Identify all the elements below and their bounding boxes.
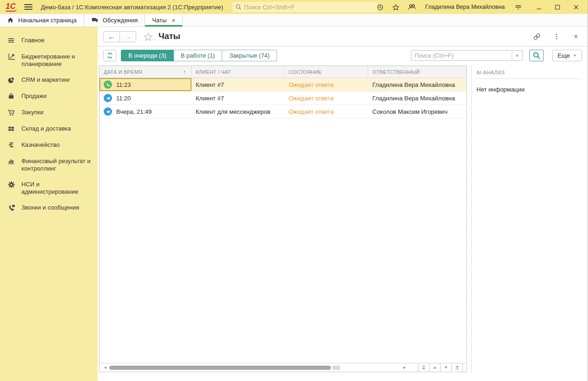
sidebar-item-label: Бюджетирование и планирование	[21, 53, 94, 68]
tab-home[interactable]: Начальная страница	[0, 14, 84, 26]
horizontal-scrollbar[interactable]	[109, 366, 401, 370]
chats-table: ДАТА И ВРЕМЯ ↑ КЛИЕНТ / ЧАТ СОСТОЯНИЕ ОТ…	[99, 66, 467, 372]
sidebar-item-sales[interactable]: Продажи	[0, 88, 98, 105]
tab-discussions[interactable]: Обсуждения	[84, 14, 145, 26]
cell-responsible: Гладилина Вера Михайловна	[368, 92, 466, 105]
coins-icon	[7, 141, 15, 149]
cell-time-label: Вчера, 21:49	[116, 108, 152, 115]
back-button[interactable]: ←	[103, 31, 120, 42]
maximize-icon[interactable]	[553, 3, 562, 11]
column-header-state[interactable]: СОСТОЯНИЕ	[284, 66, 368, 78]
cell-datetime: 11:23	[99, 78, 192, 91]
sidebar-item-crm[interactable]: CRM и маркетинг	[0, 72, 98, 88]
status-badge: Ожидает ответа	[289, 95, 334, 102]
column-header-datetime[interactable]: ДАТА И ВРЕМЯ ↑	[99, 66, 192, 78]
column-header-responsible[interactable]: ОТВЕТСТВЕННЫЙ	[368, 66, 466, 78]
more-button-label: Еще	[558, 52, 570, 59]
telegram-icon	[104, 94, 112, 102]
forward-button[interactable]: →	[119, 31, 136, 42]
global-search-input[interactable]	[244, 4, 375, 11]
global-search[interactable]	[232, 2, 377, 12]
sidebar-item-budgeting[interactable]: Бюджетирование и планирование	[0, 49, 98, 72]
sidebar-item-label: CRM и маркетинг	[21, 76, 70, 84]
scrollbar-track-rest	[332, 366, 340, 370]
sidebar-item-calls-messages[interactable]: Звонки и сообщения	[0, 200, 98, 216]
sort-asc-icon: ↑	[183, 69, 187, 75]
cell-state: Ожидает ответа	[284, 78, 368, 91]
sidebar-item-label: Казначейство	[21, 141, 59, 149]
column-header-label: СОСТОЯНИЕ	[289, 69, 322, 75]
minimize-icon[interactable]	[535, 3, 543, 11]
status-badge: Ожидает ответа	[289, 108, 334, 115]
app-window: 1С Демо-база / 1С:Комплексная автоматиза…	[0, 0, 588, 381]
whatsapp-icon	[104, 80, 112, 89]
sidebar-item-finresult[interactable]: Финансовый результат и контроллинг	[0, 153, 98, 177]
tab-chats[interactable]: Чаты ×	[145, 14, 183, 26]
menu-icon	[7, 36, 15, 45]
get-link-icon[interactable]	[533, 33, 541, 41]
go-first-row-button[interactable]	[418, 363, 429, 372]
page-header: ← → Чаты ×	[98, 27, 588, 46]
sidebar-item-main[interactable]: Главное	[0, 33, 98, 49]
cell-datetime: Вчера, 21:49	[99, 105, 192, 118]
filter-in-queue[interactable]: В очереди (3)	[121, 50, 174, 61]
scroll-left-icon[interactable]: ◂	[103, 365, 108, 370]
favorites-star-icon[interactable]	[392, 3, 400, 11]
cell-state: Ожидает ответа	[284, 92, 368, 105]
service-menu-icon[interactable]	[514, 3, 522, 11]
status-badge: Ожидает ответа	[289, 81, 334, 88]
search-icon	[533, 52, 541, 59]
table-header-row: ДАТА И ВРЕМЯ ↑ КЛИЕНТ / ЧАТ СОСТОЯНИЕ ОТ…	[99, 66, 466, 78]
sidebar-item-nsi-admin[interactable]: НСИ и администрирование	[0, 177, 98, 200]
search-icon	[235, 4, 242, 10]
column-header-label: КЛИЕНТ / ЧАТ	[196, 69, 231, 75]
filter-in-progress[interactable]: В работе (1)	[173, 50, 223, 61]
go-last-row-button[interactable]	[451, 363, 463, 372]
table-row[interactable]: 11:23 Клиент #7 Ожидает ответа Гладилина…	[99, 78, 466, 92]
title-bar: 1С Демо-база / 1С:Комплексная автоматиза…	[0, 0, 588, 14]
discussions-people-icon[interactable]	[408, 3, 416, 11]
close-tab-icon[interactable]: ×	[172, 17, 175, 24]
sidebar-item-purchases[interactable]: Закупки	[0, 105, 98, 121]
more-button[interactable]: Еще ▼	[552, 50, 582, 61]
ai-analysis-panel: AI АНАЛИЗ Нет информации	[471, 66, 582, 373]
clear-search-icon[interactable]: ×	[512, 51, 522, 60]
sidebar-item-treasury[interactable]: Казначейство	[0, 137, 98, 153]
refresh-icon	[106, 52, 113, 59]
close-page-icon[interactable]: ×	[572, 33, 580, 41]
ai-panel-title: AI АНАЛИЗ	[476, 66, 582, 79]
list-search-input[interactable]	[411, 51, 512, 60]
sidebar-item-label: Звонки и сообщения	[21, 204, 79, 211]
filter-closed[interactable]: Закрытые (74)	[222, 50, 277, 61]
1c-logo-icon: 1С	[6, 2, 17, 12]
cell-client: Клиент #7	[192, 92, 284, 105]
cell-time-label: 11:23	[116, 81, 131, 88]
table-row[interactable]: Вчера, 21:49 Клиент для мессенджеров Ожи…	[99, 105, 466, 118]
phone-message-icon	[7, 204, 15, 212]
go-prev-row-button[interactable]	[429, 363, 441, 372]
table-row[interactable]: 11:20 Клиент #7 Ожидает ответа Гладилина…	[99, 92, 466, 105]
gear-icon	[7, 180, 15, 189]
sidebar-item-label: Финансовый результат и контроллинг	[21, 158, 94, 172]
scrollbar-thumb[interactable]	[109, 366, 330, 370]
main-menu-icon[interactable]	[24, 4, 33, 10]
budgeting-icon	[7, 53, 15, 61]
cell-state: Ожидает ответа	[284, 105, 368, 118]
scroll-right-icon[interactable]: ▸	[402, 365, 407, 370]
search-button[interactable]	[529, 50, 544, 61]
more-kebab-icon[interactable]	[552, 33, 561, 41]
telegram-icon	[104, 107, 112, 116]
chevron-down-icon: ▼	[573, 54, 576, 57]
current-user-name[interactable]: Гладилина Вера Михайловна	[425, 4, 505, 10]
sidebar-item-warehouse[interactable]: Склад и доставка	[0, 121, 98, 137]
page-title: Чаты	[159, 32, 180, 41]
refresh-button[interactable]	[103, 50, 116, 61]
list-toolbar: В очереди (3) В работе (1) Закрытые (74)…	[98, 46, 588, 64]
status-filter-group: В очереди (3) В работе (1) Закрытые (74)	[121, 50, 277, 61]
close-window-icon[interactable]	[572, 3, 580, 11]
go-next-row-button[interactable]	[440, 363, 452, 372]
add-favorite-star-icon[interactable]	[143, 32, 153, 42]
column-header-client[interactable]: КЛИЕНТ / ЧАТ	[192, 66, 284, 78]
sidebar-item-label: НСИ и администрирование	[21, 181, 94, 196]
column-header-label: ДАТА И ВРЕМЯ	[104, 69, 142, 75]
